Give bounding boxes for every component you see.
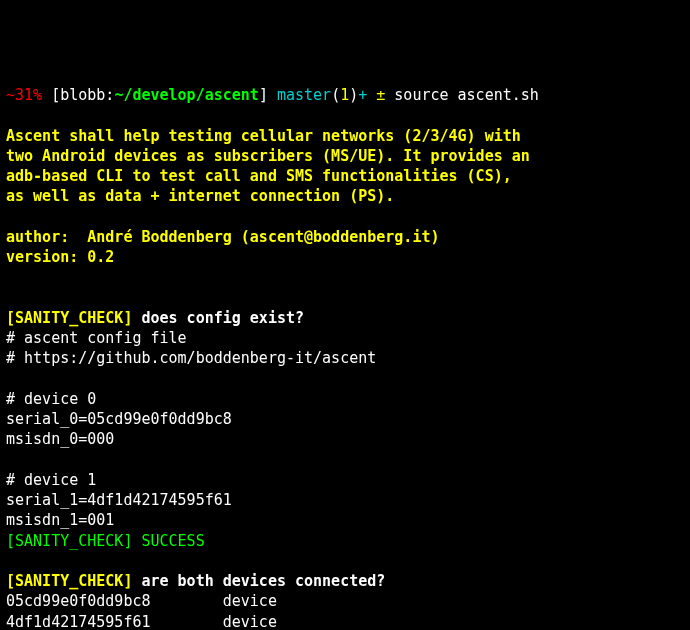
device-0-msisdn: msisdn_0=000 [6,430,114,448]
device-1-header: # device 1 [6,471,96,489]
config-comment-2: # https://github.com/boddenberg-it/ascen… [6,349,376,367]
prompt-rparen: ) [349,86,358,104]
prompt-plus: + [358,86,376,104]
prompt-path: ~/develop/ascent [114,86,259,104]
prompt-pm: ± [376,86,385,104]
terminal-output: ~31% [blobb:~/develop/ascent] master(1)+… [6,85,684,630]
device-0-header: # device 0 [6,390,96,408]
prompt-tilde: ~ [6,86,15,104]
sanity-check-label-2: [SANITY_CHECK] [6,572,132,590]
config-comment-1: # ascent config file [6,329,187,347]
prompt-lbracket: [ [42,86,60,104]
device-0-serial: serial_0=05cd99e0f0dd9bc8 [6,410,232,428]
version-line: version: 0.2 [6,248,114,266]
sanity-check-label: [SANITY_CHECK] [6,309,132,327]
description-line-1: Ascent shall help testing cellular netwo… [6,127,521,145]
prompt-command[interactable]: source ascent.sh [385,86,539,104]
author-line: author: André Boddenberg (ascent@boddenb… [6,228,439,246]
device-1-msisdn: msisdn_1=001 [6,511,114,529]
description-line-4: as well as data + internet connection (P… [6,187,394,205]
prompt-lparen: ( [331,86,340,104]
prompt-branch: master [277,86,331,104]
sanity-check-success-label: [SANITY_CHECK] [6,532,132,550]
description-line-2: two Android devices as subscribers (MS/U… [6,147,530,165]
device-list-row-1: 4df1d42174595f61 device [6,613,277,631]
device-1-serial: serial_1=4df1d42174595f61 [6,491,232,509]
prompt-count: 1 [340,86,349,104]
sanity-check-text-2: are both devices connected? [132,572,385,590]
prompt-percent: 31% [15,86,42,104]
prompt-rbracket: ] [259,86,277,104]
prompt-user: blobb [60,86,105,104]
sanity-check-success-text: SUCCESS [132,532,204,550]
sanity-check-text: does config exist? [132,309,304,327]
device-list-row-0: 05cd99e0f0dd9bc8 device [6,592,277,610]
description-line-3: adb-based CLI to test call and SMS funct… [6,167,512,185]
